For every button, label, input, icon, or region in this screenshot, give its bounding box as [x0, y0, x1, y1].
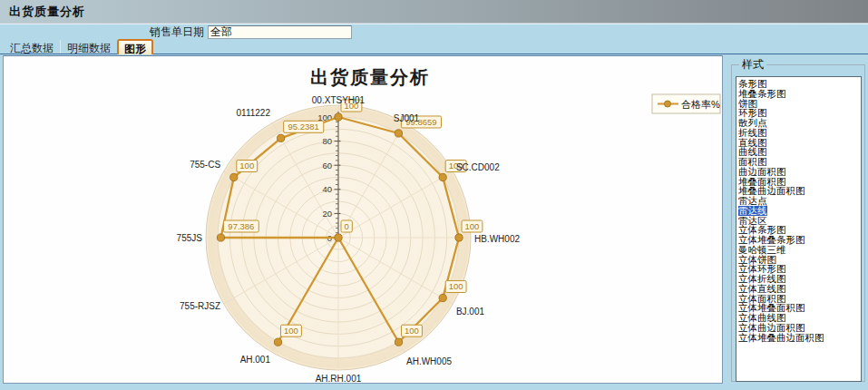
chart-panel: 02040608010010099.8659100100100100010097…	[3, 55, 723, 384]
legend-label: 合格率%	[681, 99, 720, 110]
legend-marker-dot	[665, 101, 671, 107]
chart-text: 0	[345, 221, 349, 231]
style-option[interactable]: 立体直线图	[738, 284, 861, 294]
data-point[interactable]	[278, 134, 285, 141]
style-groupbox: 样式 条形图堆叠条形图饼图环形图散列点折线图直线图曲线图面积图曲边面积图堆叠面积…	[731, 57, 865, 382]
data-point[interactable]	[439, 294, 446, 301]
chart-text: 0111222	[237, 108, 271, 118]
style-groupbox-title: 样式	[739, 57, 766, 73]
data-point[interactable]	[217, 234, 224, 241]
chart-text: 80	[322, 136, 332, 146]
style-panel: 样式 条形图堆叠条形图饼图环形图散列点折线图直线图曲线图面积图曲边面积图堆叠面积…	[726, 55, 866, 385]
chart-text: 20	[322, 209, 332, 219]
filter-bar: 销售单日期	[0, 24, 868, 40]
data-point[interactable]	[230, 173, 238, 180]
chart-title: 出货质量分析	[310, 67, 430, 87]
chart-text: AH.RH.001	[316, 374, 362, 384]
style-option[interactable]: 堆叠条形图	[738, 89, 861, 99]
chart-text: 100	[449, 281, 463, 291]
chart-text: 100	[405, 326, 419, 336]
style-option-label: 雷达线	[738, 206, 767, 216]
chart-text: 100	[284, 326, 298, 336]
chart-text: AH.001	[240, 355, 271, 365]
style-option[interactable]: 雷达线	[738, 206, 861, 216]
chart-text: 100	[239, 161, 254, 171]
tab-chart[interactable]: 图形	[117, 39, 153, 54]
radar-chart: 02040608010010099.8659100100100100010097…	[4, 56, 724, 384]
data-point[interactable]	[335, 113, 342, 121]
style-option-label: 堆叠条形图	[738, 89, 786, 99]
style-option-label: 曲边面积图	[738, 167, 786, 177]
tab-detail-data[interactable]: 明细数据	[60, 40, 117, 54]
style-listbox[interactable]: 条形图堆叠条形图饼图环形图散列点折线图直线图曲线图面积图曲边面积图堆叠面积图堆叠…	[736, 76, 862, 382]
data-point[interactable]	[335, 234, 342, 241]
data-point[interactable]	[455, 234, 463, 241]
chart-text: 755-CS	[190, 160, 220, 170]
data-point[interactable]	[395, 130, 402, 137]
chart-text: 95.2381	[288, 122, 319, 132]
chart-text: 97.386	[228, 221, 254, 231]
chart-text: SJ001	[394, 113, 420, 123]
style-option-label: 曼哈顿三维	[738, 245, 786, 255]
style-option[interactable]: 立体曲边面积图	[738, 323, 861, 333]
style-option-label: 立体直线图	[738, 284, 786, 294]
style-option-label: 立体堆叠曲边面积图	[738, 333, 824, 343]
style-option[interactable]: 折线图	[738, 128, 861, 138]
style-option[interactable]: 立体堆叠曲边面积图	[738, 333, 861, 343]
chart-text: BJ.001	[456, 307, 485, 317]
chart-text: AH.WH005	[406, 356, 452, 366]
chart-text: 60	[322, 161, 332, 171]
sales-date-input[interactable]	[208, 25, 352, 39]
content-area: 02040608010010099.8659100100100100010097…	[0, 54, 868, 385]
style-option[interactable]: 曲边面积图	[738, 167, 861, 177]
chart-text: 00.XTSYH01	[312, 95, 366, 105]
chart-text: HB.WH002	[474, 234, 520, 244]
style-option-label: 折线图	[738, 128, 767, 138]
data-point[interactable]	[274, 338, 281, 346]
tab-summary-data[interactable]: 汇总数据	[4, 40, 60, 54]
data-point[interactable]	[439, 173, 446, 180]
chart-text: SC.CD002	[456, 162, 500, 172]
data-point[interactable]	[395, 338, 402, 346]
chart-text: 100	[465, 221, 480, 231]
tab-strip: 汇总数据 明细数据 图形	[0, 40, 868, 54]
window-title: 出货质量分析	[9, 4, 85, 20]
chart-text: 755JS	[177, 233, 203, 243]
sales-date-label: 销售单日期	[150, 24, 204, 40]
chart-text: 755-RJSZ	[180, 301, 220, 311]
style-option-label: 立体曲边面积图	[738, 323, 805, 333]
style-option[interactable]: 曼哈顿三维	[738, 245, 861, 255]
chart-text: 40	[322, 184, 332, 194]
window-titlebar: 出货质量分析	[0, 0, 868, 24]
